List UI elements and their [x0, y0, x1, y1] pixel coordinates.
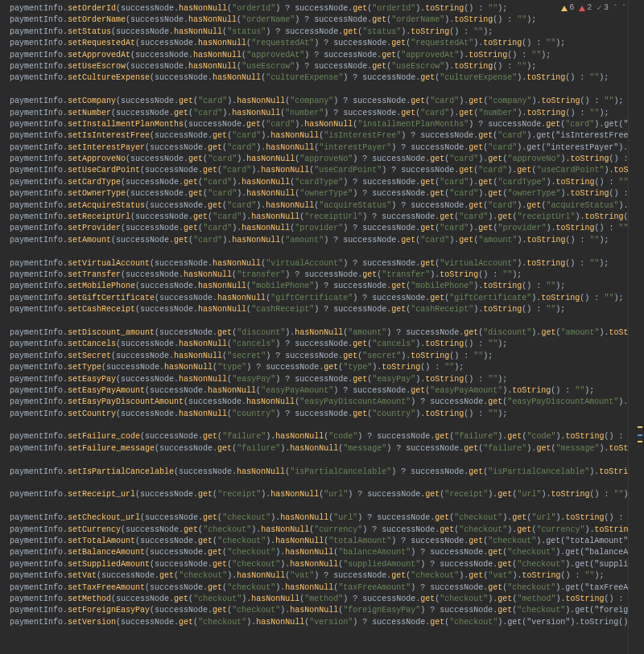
- code-line[interactable]: paymentInfo.setMobilePhone(successNode.h…: [10, 281, 628, 292]
- check-icon: ✓: [597, 2, 602, 14]
- code-line[interactable]: paymentInfo.setSuppliedAmount(successNod…: [10, 559, 628, 570]
- code-line[interactable]: paymentInfo.setEasyPayAmount(successNode…: [10, 385, 628, 397]
- code-line[interactable]: paymentInfo.setReceiptUrl(successNode.ge…: [10, 212, 628, 223]
- code-line[interactable]: paymentInfo.setCancels(successNode.hasNo…: [10, 339, 628, 350]
- warning-icon: [561, 6, 568, 11]
- code-line[interactable]: paymentInfo.setCheckout_url(successNode.…: [10, 512, 628, 524]
- code-line[interactable]: paymentInfo.setFailure_message(successNo…: [10, 443, 628, 455]
- blank-line: [10, 84, 628, 96]
- code-line[interactable]: paymentInfo.setOrderId(successNode.hasNo…: [10, 3, 628, 14]
- errors-count: 2: [587, 2, 592, 14]
- code-line[interactable]: paymentInfo.setGiftCertificate(successNo…: [10, 293, 628, 304]
- code-line[interactable]: paymentInfo.setReceipt_url(successNode.g…: [10, 489, 628, 500]
- code-line[interactable]: paymentInfo.setNumber(successNode.get("c…: [10, 108, 628, 119]
- code-line[interactable]: paymentInfo.setTotalAmount(successNode.g…: [10, 536, 628, 547]
- error-stripe-gutter[interactable]: [628, 0, 644, 654]
- code-line[interactable]: paymentInfo.setTransfer(successNode.hasN…: [10, 269, 628, 281]
- code-line[interactable]: paymentInfo.setUseEscrow(successNode.has…: [10, 61, 628, 72]
- code-line[interactable]: paymentInfo.setCashReceipt(successNode.h…: [10, 304, 628, 315]
- code-line[interactable]: paymentInfo.setVersion(successNode.get("…: [10, 617, 628, 628]
- code-line[interactable]: paymentInfo.setTaxFreeAmount(successNode…: [10, 582, 628, 594]
- code-line[interactable]: paymentInfo.setCurrency(successNode.get(…: [10, 524, 628, 536]
- code-line[interactable]: paymentInfo.setOrderName(successNode.has…: [10, 14, 628, 26]
- code-line[interactable]: paymentInfo.setEasyPay(successNode.hasNo…: [10, 374, 628, 385]
- blank-line: [10, 316, 628, 327]
- blank-line: [10, 455, 628, 466]
- code-line[interactable]: paymentInfo.setEasyPayDiscountAmount(suc…: [10, 397, 628, 408]
- error-icon: [579, 6, 585, 11]
- blank-line: [10, 501, 628, 512]
- code-line[interactable]: paymentInfo.setCardType(successNode.get(…: [10, 177, 628, 188]
- blank-line: [10, 246, 628, 257]
- code-line[interactable]: paymentInfo.setIsPartialCancelable(succe…: [10, 467, 628, 478]
- code-line[interactable]: paymentInfo.setVat(successNode.get("chec…: [10, 570, 628, 582]
- code-line[interactable]: paymentInfo.setType(successNode.hasNonNu…: [10, 362, 628, 373]
- code-line[interactable]: paymentInfo.setAcquireStatus(successNode…: [10, 200, 628, 212]
- code-line[interactable]: paymentInfo.setInstallmentPlanMonths(suc…: [10, 119, 628, 130]
- code-line[interactable]: paymentInfo.setCultureExpense(successNod…: [10, 72, 628, 84]
- code-line[interactable]: paymentInfo.setRequestedAt(successNode.h…: [10, 38, 628, 49]
- code-line[interactable]: paymentInfo.setMethod(successNode.get("c…: [10, 594, 628, 605]
- blank-line: [10, 420, 628, 431]
- code-line[interactable]: paymentInfo.setProvider(successNode.get(…: [10, 223, 628, 234]
- chevron-down-icon[interactable]: ˅: [622, 2, 626, 14]
- code-line[interactable]: paymentInfo.setCompany(successNode.get("…: [10, 96, 628, 107]
- code-line[interactable]: paymentInfo.setBalanceAmount(successNode…: [10, 547, 628, 558]
- gutter-marker[interactable]: [638, 426, 642, 428]
- code-line[interactable]: paymentInfo.setDiscount_amount(successNo…: [10, 327, 628, 339]
- code-line[interactable]: paymentInfo.setInterestPayer(successNode…: [10, 142, 628, 154]
- code-line[interactable]: paymentInfo.setStatus(successNode.hasNon…: [10, 27, 628, 38]
- chevron-up-icon[interactable]: ˄: [613, 2, 617, 14]
- code-line[interactable]: paymentInfo.setSecret(successNode.hasNon…: [10, 351, 628, 362]
- editor-wrapper: paymentInfo.setOrderId(successNode.hasNo…: [0, 0, 644, 654]
- code-line[interactable]: paymentInfo.setOwnerType(successNode.get…: [10, 188, 628, 199]
- gutter-marker[interactable]: [638, 434, 642, 436]
- warnings-indicator[interactable]: 6: [561, 2, 574, 14]
- code-line[interactable]: paymentInfo.setApproveNo(successNode.get…: [10, 154, 628, 165]
- code-line[interactable]: paymentInfo.setAmount(successNode.get("c…: [10, 235, 628, 246]
- gutter-marker[interactable]: [638, 441, 642, 442]
- ok-indicator[interactable]: ✓ 3: [597, 2, 609, 14]
- inspection-status-bar[interactable]: 6 2 ✓ 3 ˄ ˅: [561, 2, 626, 14]
- ok-count: 3: [604, 2, 609, 14]
- code-editor[interactable]: paymentInfo.setOrderId(successNode.hasNo…: [0, 0, 628, 654]
- code-line[interactable]: paymentInfo.setApprovedAt(successNode.ha…: [10, 50, 628, 61]
- code-line[interactable]: paymentInfo.setVirtualAccount(successNod…: [10, 258, 628, 269]
- code-line[interactable]: paymentInfo.setIsInterestFree(successNod…: [10, 130, 628, 142]
- code-line[interactable]: paymentInfo.setUseCardPoint(successNode.…: [10, 165, 628, 176]
- code-line[interactable]: paymentInfo.setCountry(successNode.hasNo…: [10, 409, 628, 420]
- blank-line: [10, 478, 628, 489]
- code-line[interactable]: paymentInfo.setForeignEasyPay(successNod…: [10, 605, 628, 616]
- warnings-count: 6: [569, 2, 574, 14]
- errors-indicator[interactable]: 2: [579, 2, 592, 14]
- code-line[interactable]: paymentInfo.setFailure_code(successNode.…: [10, 431, 628, 442]
